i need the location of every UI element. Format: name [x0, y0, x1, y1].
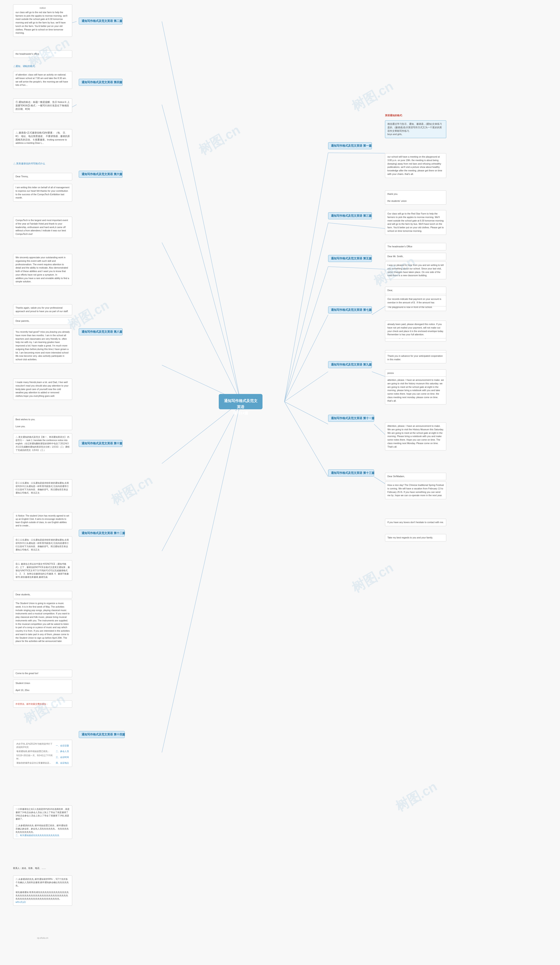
watermark-3: 树图.cn: [349, 77, 397, 115]
content-notice-club: ③.Notice: The student Union has recently…: [13, 512, 72, 529]
content-dear-students: Dear students,: [13, 591, 72, 599]
label-en-format: △.英美邀请信的书写格式什么: [13, 162, 45, 165]
content-14-header: 作背景说、邮件初案交费的通知：: [13, 700, 72, 708]
content-branch5-letter1: I was so pleased to hear from you and am…: [385, 262, 446, 279]
content-notice-format-1: △.英文通知的格式及范文【第一、单词通知英语文】 内容导引一：task 1: t…: [13, 433, 72, 454]
content-branch13-boxes: If you have any boxes don't hesitate to …: [385, 519, 446, 526]
content-great-fun: Come to the great fun!: [13, 670, 72, 677]
branch-8: 通知写作格式及范文英语 第八篇: [79, 328, 122, 335]
branch-13: 通知写作格式及范文英语 第十三篇: [328, 469, 374, 476]
content-branch7-payment: already been paid, please disregard this…: [385, 321, 446, 339]
branch-7: 通知写作格式及范文英语 第七篇: [328, 306, 372, 313]
svg-line-19: [372, 306, 385, 315]
center-label: 通知写作格式及范文英语 通用14篇: [224, 399, 258, 415]
watermark-2: 树图.cn: [196, 121, 244, 159]
connector-lines: [0, 0, 560, 965]
watermark-6: 树图.cn: [108, 471, 156, 509]
content-dear-parents: Dear parents,: [13, 317, 72, 325]
content-14-meeting: 内文字先.后句2012年与收到说书行了的说到3句完 一、会议议题 每准通知前,邮…: [13, 740, 72, 767]
branch-11: 通知写作格式及范文英语 第十一篇: [328, 415, 374, 422]
svg-line-6: [162, 402, 241, 752]
branch-12: 通知写作格式及范文英语 第十二篇: [79, 530, 125, 536]
notice-label: notice: [16, 7, 70, 10]
content-branch1-intro: 相信通过学习告示、通知、邀请函，(通知)文体练习是的、(邀请函)告示英语写作方式…: [385, 120, 446, 138]
content-invitation: △.邀请函=正式邀请信格式的6要素：（地、 日、时） 地址、地点情景描述、 不要…: [13, 129, 72, 147]
svg-line-12: [284, 402, 328, 424]
svg-line-4: [162, 402, 241, 464]
content-14-third: 二.从参观讲的先先, 邮件通知请求99%↑，写7个先对各个先确认人员的到达邀请,…: [13, 875, 72, 906]
branch-1: 通知写作格式及范文英语 第一篇: [328, 142, 372, 149]
content-music-week: The Student Union is going to organize a…: [13, 600, 72, 645]
svg-line-5: [162, 402, 241, 551]
branch-10: 通知写作格式及范文英语 第十篇: [79, 440, 122, 447]
svg-line-7: [284, 153, 328, 402]
label-en-notice-format: 英语通知的格式:: [385, 114, 403, 117]
content-branch3-headmaster: The headmaster's Office: [385, 243, 446, 250]
content-14-second: 一小班邀请信之名2人也就是所约的14名选择的来，就是邀请了14名总会参会人员会上…: [13, 805, 72, 839]
content-parents-letter: You recently had good? miss you,leaving …: [13, 328, 72, 363]
svg-line-20: [372, 372, 385, 376]
branch-6: 通知写作格式及范文英语 第六篇: [79, 171, 122, 178]
content-branch13-regards: Take my best regards to you and your fam…: [385, 534, 446, 541]
content-invitation-format: ⑤.1. 邀请信之所以在中国文书写NOTICE（通知书格式）之下，邀请信的NOT…: [13, 560, 72, 581]
content-branch9-museum: attention, please. I have an announcemen…: [385, 376, 446, 404]
branch-5: 通知写作格式及范文英语 第五篇: [328, 255, 372, 262]
footer-contact: 联系人：姓名、职务、电话、……: [13, 867, 72, 870]
content-branch1-thanks: thank you. the students' union: [385, 190, 446, 204]
content-notice-format-4: ④.1 口头通知：口头通知是提供给听者的通知通知,在英语写作中口头通知是一种常用…: [13, 536, 72, 553]
svg-line-0: [162, 21, 241, 402]
content-branch13-dear: Dear Sir/Madam,: [385, 473, 446, 480]
content-student-union: Student Union April 10, 20xx: [13, 680, 72, 694]
svg-line-18: [328, 267, 385, 269]
footer-website: cp.shutu.cn: [13, 937, 72, 939]
watermark-7: 树图.cn: [349, 559, 397, 597]
branch-3: 通知写作格式及范文英语 第三篇: [328, 212, 372, 219]
content-notice-1: notice our class will go to the red star…: [13, 4, 72, 37]
content-branch1-school: our school will have a meeting on the pl…: [385, 153, 446, 178]
content-branch7-overdue: Our records indicate that payment on you…: [385, 296, 446, 306]
content-branch3-farm: Our class will go to the Red Star Farm t…: [385, 210, 446, 235]
content-branch7-dear: Dear,: [385, 287, 446, 294]
content-letter-1: I am writing this letter on behalf of al…: [13, 184, 72, 201]
content-best-wishes: Best wishes to you. Love you.: [13, 416, 72, 430]
watermark-9: 树图.cn: [392, 778, 441, 816]
svg-line-1: [162, 105, 241, 402]
content-dear-timmy: Dear Timmy,: [13, 173, 72, 180]
content-branch7-thanks: Thank you in advance for your anticipate…: [385, 352, 446, 363]
headmaster-office-1: the headmaster's office: [13, 50, 72, 58]
content-notice-format-2: ②.1 口头通知：口头通知是提供给听者的通知通知,在英语写作中口头通知是一种常用…: [13, 479, 72, 496]
svg-line-16: [328, 153, 385, 153]
content-parents-letter-2: I made many friends,learn a lot. and Dad…: [13, 379, 72, 400]
branch-2: 通知写作格式及范文英语 第二篇: [79, 18, 122, 25]
content-branch5-dear: Dear Mr. Smith,: [385, 253, 446, 260]
svg-line-11: [284, 372, 328, 402]
label-format: △通知、请帖的格式: [13, 65, 35, 68]
branch-4: 通知写作格式及范文英语 第四篇: [79, 79, 122, 86]
content-format-notes: ①.通知的标志：标题一般是提醒、告示 Notice②.上面要写时间③.格式：一般…: [13, 98, 72, 113]
content-letter-4: Thanks again, salute you for your profes…: [13, 304, 72, 315]
svg-line-8: [284, 223, 328, 402]
svg-line-21: [374, 424, 385, 435]
content-letter-2: CompuTech is the largest and most import…: [13, 217, 72, 238]
content-notice-2: of attention: class will have an activit…: [13, 71, 72, 89]
svg-line-9: [284, 267, 328, 402]
content-branch13-spring: How a nice day! The Chinese traditional …: [385, 481, 446, 499]
content-letter-3: We sincerely appreciate your outstanding…: [13, 254, 72, 285]
svg-line-2: [162, 242, 241, 402]
svg-line-22: [374, 477, 385, 484]
mind-map-page: 树图.cn 树图.cn 树图.cn 树图.cn 树图.cn 树图.cn 树图.c…: [0, 0, 560, 965]
svg-line-10: [284, 315, 328, 402]
content-branch11-museum: Attention, please. I have an announcemen…: [385, 422, 446, 450]
branch-14: 通知写作格式及范文英语 第十四篇: [79, 731, 125, 738]
content-branch9-pooca: pooca: [385, 370, 446, 377]
svg-line-13: [284, 402, 328, 477]
branch-9: 通知写作格式及范文英语 第九篇: [328, 361, 372, 368]
svg-line-17: [328, 223, 385, 229]
watermark-8: 树图.cn: [21, 690, 69, 728]
center-node: 通知写作格式及范文英语 通用14篇: [219, 394, 263, 409]
